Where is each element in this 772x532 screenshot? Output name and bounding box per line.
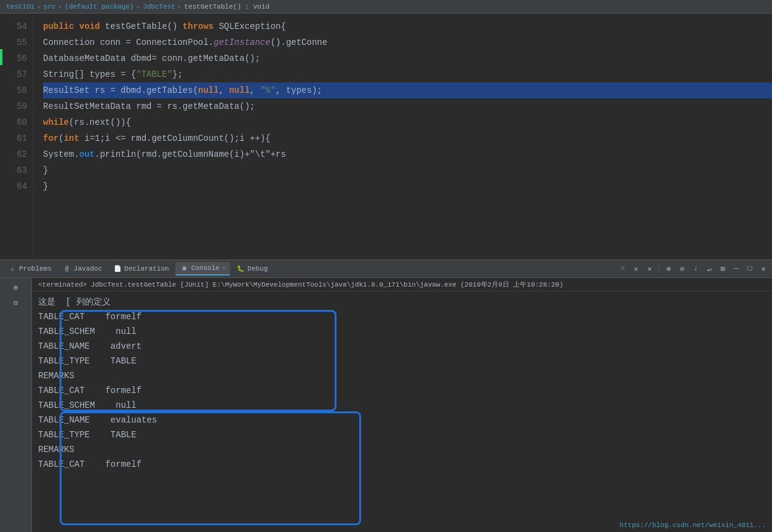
tab-debug[interactable]: 🐛 Debug — [231, 263, 273, 275]
breadcrumb-part-5: testGetTable() : void — [185, 3, 270, 10]
console-row: TABLE_TYPE TABLE — [38, 427, 766, 442]
javadoc-icon: @ — [63, 264, 71, 273]
console-row: TABLE_NAME advert — [38, 339, 766, 354]
breadcrumb-part-3[interactable]: (default package) — [65, 3, 133, 10]
problems-icon: ⚠ — [8, 264, 17, 273]
code-content[interactable]: public void testGetTable() throws SQLExc… — [34, 14, 772, 260]
code-editor: 5455565758596061626364 public void testG… — [0, 14, 772, 260]
paste-icon[interactable]: ⊖ — [677, 263, 688, 274]
console-last-line: TABLE_CAT formelf — [38, 457, 766, 472]
code-line-58: ResultSet rs = dbmd.getTables(null, null… — [43, 82, 772, 98]
breadcrumb-sep-1: ▸ — [37, 2, 41, 10]
stop-icon[interactable]: ■ — [617, 263, 628, 274]
tab-declaration-label: Declaration — [124, 265, 169, 272]
console-toolbar: ■ ✕ ✕ ⊕ ⊖ ↓ ↵ ⊞ ─ □ ✕ — [617, 263, 769, 274]
console-row: TABLE_CAT formelf — [38, 309, 766, 324]
tab-declaration[interactable]: 📄 Declaration — [108, 263, 174, 275]
close-panel-icon[interactable]: ✕ — [758, 263, 769, 274]
panel-tabs: ⚠ Problems @ Javadoc 📄 Declaration ▣ Con… — [0, 260, 772, 278]
console-row: TABLE_CAT formelf — [38, 383, 766, 398]
code-line-63: } — [43, 162, 772, 178]
console-header: <terminated> JdbcTest.testGetTable [JUni… — [32, 278, 772, 292]
breadcrumb-part-2[interactable]: src — [44, 3, 56, 10]
breadcrumb-part-1[interactable]: testIO1 — [6, 3, 34, 10]
tab-console[interactable]: ▣ Console ✕ — [175, 262, 231, 276]
console-icon: ▣ — [180, 264, 189, 272]
word-wrap-icon[interactable]: ↵ — [704, 263, 715, 274]
bottom-section: ⊞ ⊟ <terminated> JdbcTest.testGetTable [… — [0, 278, 772, 532]
breadcrumb: testIO1 ▸ src ▸ (default package) ▸ Jdbc… — [0, 0, 772, 14]
console-intro-line: 这是 [ 列的定义 — [38, 295, 766, 309]
scroll-lock-icon[interactable]: ↓ — [690, 263, 701, 274]
code-line-59: ResultSetMetaData rmd = rs.getMetaData()… — [43, 98, 772, 114]
console-badge: ✕ — [222, 265, 225, 272]
code-line-64: } — [43, 178, 772, 194]
code-line-61: for(int i=1;i <= rmd.getColumnCount();i … — [43, 130, 772, 146]
code-line-60: while(rs.next()){ — [43, 114, 772, 130]
side-icon-1[interactable]: ⊞ — [9, 280, 23, 294]
console-row: TABLE_SCHEM null — [38, 324, 766, 339]
code-line-55: Connection conn = ConnectionPool.getInst… — [43, 34, 772, 50]
debug-icon: 🐛 — [236, 264, 245, 273]
code-line-57: String[] types = {"TABLE"}; — [43, 66, 772, 82]
open-console-icon[interactable]: ⊞ — [717, 263, 728, 274]
code-line-54: public void testGetTable() throws SQLExc… — [43, 18, 772, 34]
side-icon-2[interactable]: ⊟ — [9, 296, 23, 309]
breadcrumb-part-4[interactable]: JdbcTest — [143, 3, 175, 10]
tab-problems-label: Problems — [19, 265, 52, 272]
declaration-icon: 📄 — [113, 264, 122, 273]
maximize-icon[interactable]: □ — [744, 263, 755, 274]
remove-icon[interactable]: ✕ — [631, 263, 642, 274]
breadcrumb-sep-3: ▸ — [137, 2, 141, 10]
console-row: REMARKS — [38, 442, 766, 457]
code-line-56: DatabaseMetaData dbmd= conn.getMetaData(… — [43, 50, 772, 66]
clear-icon[interactable]: ✕ — [644, 263, 655, 274]
console-row: TABLE_SCHEM null — [38, 398, 766, 413]
minimize-icon[interactable]: ─ — [731, 263, 742, 274]
csdn-link[interactable]: https://blog.csdn.net/weixin_4811... — [619, 522, 766, 529]
tab-console-label: Console — [191, 264, 220, 272]
divider — [659, 264, 659, 273]
line-numbers: 5455565758596061626364 — [0, 14, 34, 260]
console-row: TABLE_TYPE TABLE — [38, 354, 766, 368]
console-row: TABLE_NAME evaluates — [38, 413, 766, 427]
tab-debug-label: Debug — [247, 265, 268, 272]
console-content[interactable]: 这是 [ 列的定义TABLE_CAT formelfTABLE_SCHEM nu… — [32, 292, 772, 532]
left-strip: ⊞ ⊟ — [0, 278, 32, 532]
tab-problems[interactable]: ⚠ Problems — [3, 263, 57, 275]
breadcrumb-sep-2: ▸ — [58, 2, 63, 10]
breadcrumb-sep-4: ▸ — [178, 2, 182, 10]
console-wrapper: <terminated> JdbcTest.testGetTable [JUni… — [32, 278, 772, 532]
code-line-62: System.out.println(rmd.getColumnName(i)+… — [43, 146, 772, 162]
green-indicator — [0, 49, 2, 65]
console-row: REMARKS — [38, 368, 766, 383]
copy-icon[interactable]: ⊕ — [663, 263, 674, 274]
tab-javadoc[interactable]: @ Javadoc — [58, 263, 107, 275]
tab-javadoc-label: Javadoc — [74, 265, 102, 272]
